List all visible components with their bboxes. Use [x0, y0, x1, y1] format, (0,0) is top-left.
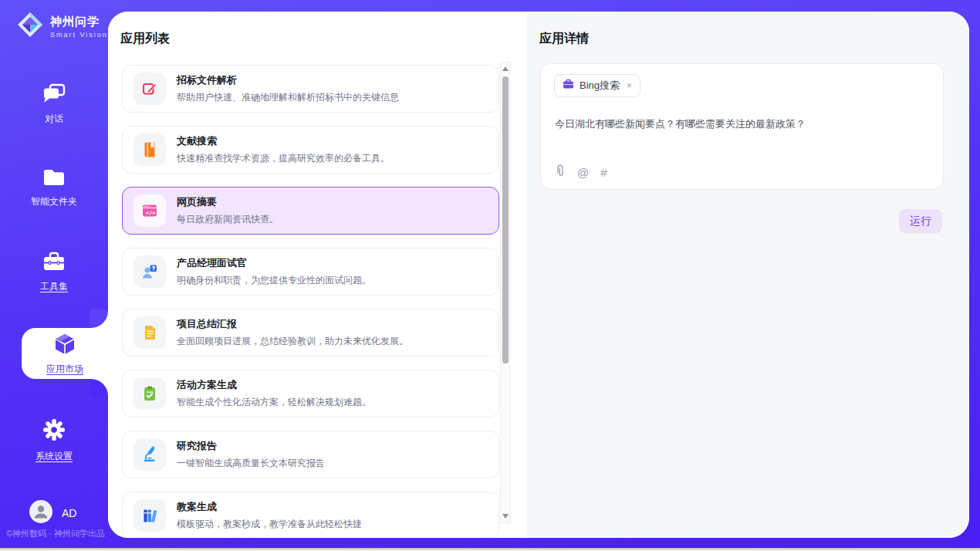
- app-card-title: 网页摘要: [177, 195, 279, 209]
- briefcase-icon: [42, 252, 66, 275]
- sidebar-item-label: 应用市场: [46, 363, 83, 376]
- user-account[interactable]: AD: [29, 500, 76, 526]
- app-card-pm-interviewer[interactable]: 产品经理面试官 明确身份和职责，为您提供专业性的面试问题。: [122, 248, 499, 296]
- app-list: 招标文件解析 帮助用户快速、准确地理解和解析招标书中的关键信息 文献搜索 快速精…: [122, 65, 499, 538]
- tool-chip-bing-search[interactable]: Bing搜索 ×: [554, 74, 640, 97]
- brand-logo: 神州问学 Smart Vision: [15, 10, 108, 42]
- svg-text:</>: </>: [146, 210, 156, 216]
- brand-name: 神州问学: [50, 15, 108, 29]
- app-card-title: 研究报告: [177, 439, 325, 453]
- app-card-literature-search[interactable]: 文献搜索 快速精准查找学术资源，提高研究效率的必备工具。: [122, 126, 499, 174]
- app-card-lesson-plan[interactable]: 教案生成 模板驱动，教案秒成，教学准备从此轻松快捷: [122, 492, 499, 538]
- bump-fillet-top: [90, 309, 108, 328]
- sidebar: 神州问学 Smart Vision 对话 智能文件夹: [0, 0, 108, 551]
- app-card-tender-parse[interactable]: 招标文件解析 帮助用户快速、准确地理解和解析招标书中的关键信息: [122, 65, 499, 113]
- sidebar-item-toolset[interactable]: 工具集: [0, 252, 108, 293]
- tender-edit-icon: [133, 73, 166, 105]
- folder-icon: [42, 168, 66, 190]
- app-card-title: 文献搜索: [177, 134, 390, 148]
- scroll-down-arrow-icon[interactable]: [502, 514, 509, 519]
- app-card-desc: 智能生成个性化活动方案，轻松解决规划难题。: [177, 396, 371, 409]
- sidebar-item-label: 系统设置: [35, 450, 73, 463]
- main-panel: 应用列表 招标文件解析 帮助用户快速、准确地理解和解析招标书中的关键信息: [108, 12, 969, 538]
- chat-icon: [42, 83, 66, 107]
- sidebar-item-label: 对话: [45, 113, 63, 126]
- app-card-title: 项目总结汇报: [177, 317, 408, 331]
- tool-chip-label: Bing搜索: [580, 79, 620, 93]
- scrollbar[interactable]: [500, 62, 510, 523]
- paperclip-icon[interactable]: [555, 164, 566, 180]
- diamond-logo-icon: [15, 10, 45, 42]
- cube-icon: [52, 332, 77, 360]
- app-card-desc: 快速精准查找学术资源，提高研究效率的必备工具。: [177, 152, 390, 165]
- sidebar-item-smart-folder[interactable]: 智能文件夹: [0, 168, 108, 208]
- app-list-title: 应用列表: [120, 31, 170, 47]
- interviewer-icon: [133, 255, 166, 288]
- microscope-icon: [133, 438, 166, 471]
- sidebar-item-app-market[interactable]: 应用市场: [22, 328, 108, 379]
- app-card-research-report[interactable]: 研究报告 一键智能生成高质量长文本研究报告: [122, 431, 499, 478]
- app-card-title: 活动方案生成: [177, 378, 371, 392]
- app-card-desc: 一键智能生成高质量长文本研究报告: [177, 457, 325, 470]
- summary-doc-icon: [133, 316, 166, 349]
- briefcase-icon: [563, 79, 574, 93]
- app-card-project-summary[interactable]: 项目总结汇报 全面回顾项目进展，总结经验教训，助力未来优化发展。: [122, 309, 499, 357]
- gear-icon: [42, 418, 66, 445]
- app-card-title: 教案生成: [177, 500, 362, 514]
- at-icon[interactable]: @: [577, 166, 589, 179]
- books-icon: [133, 499, 166, 532]
- run-button[interactable]: 运行: [899, 209, 942, 233]
- app-card-desc: 全面回顾项目进展，总结经验教训，助力未来优化发展。: [177, 335, 408, 348]
- sidebar-item-settings[interactable]: 系统设置: [0, 418, 108, 463]
- app-list-section: 应用列表 招标文件解析 帮助用户快速、准确地理解和解析招标书中的关键信息: [108, 12, 527, 538]
- prompt-question-text[interactable]: 今日湖北有哪些新闻要点？有哪些需要关注的最新政策？: [555, 117, 925, 132]
- sidebar-item-label: 工具集: [40, 280, 68, 293]
- brand-subtitle: Smart Vision: [50, 31, 108, 39]
- attachment-toolbar: @ #: [555, 164, 607, 180]
- chip-close-icon[interactable]: ×: [627, 80, 632, 91]
- sidebar-item-chat[interactable]: 对话: [0, 83, 108, 126]
- app-card-title: 产品经理面试官: [177, 256, 371, 270]
- user-label: AD: [62, 507, 76, 519]
- clipboard-check-icon: [133, 377, 166, 410]
- app-card-desc: 模板驱动，教案秒成，教学准备从此轻松快捷: [177, 518, 362, 531]
- app-detail-section: 应用详情 Bing搜索 × 今日湖北有哪些新闻要点？有哪些需要关注的最新政策？: [527, 12, 969, 538]
- book-icon: [133, 134, 166, 166]
- app-card-desc: 每日政府新闻资讯快查。: [177, 213, 279, 226]
- copyright-text: ©神州数码 · 神州问学出品: [6, 528, 108, 539]
- hash-icon[interactable]: #: [600, 166, 607, 179]
- bump-fillet-bottom: [90, 379, 108, 397]
- scroll-up-arrow-icon[interactable]: [502, 66, 509, 71]
- app-card-desc: 明确身份和职责，为您提供专业性的面试问题。: [177, 274, 371, 287]
- window-bottom-edge: [0, 548, 980, 551]
- app-card-activity-plan[interactable]: 活动方案生成 智能生成个性化活动方案，轻松解决规划难题。: [122, 370, 499, 417]
- prompt-card: Bing搜索 × 今日湖北有哪些新闻要点？有哪些需要关注的最新政策？ @ #: [540, 63, 944, 190]
- app-card-web-summary-selected[interactable]: </> 网页摘要 每日政府新闻资讯快查。: [122, 187, 499, 235]
- avatar: [29, 500, 52, 526]
- app-detail-title: 应用详情: [539, 31, 589, 47]
- app-card-desc: 帮助用户快速、准确地理解和解析招标书中的关键信息: [177, 91, 399, 104]
- app-card-title: 招标文件解析: [177, 73, 399, 87]
- sidebar-item-label: 智能文件夹: [31, 195, 77, 208]
- scrollbar-thumb[interactable]: [502, 76, 509, 363]
- web-code-icon: </>: [133, 194, 166, 227]
